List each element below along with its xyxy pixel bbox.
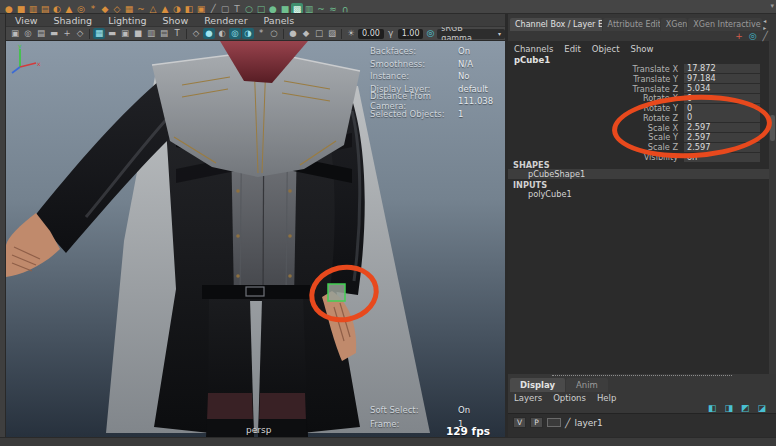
menu-renderer[interactable]: Renderer (204, 15, 247, 26)
tab-attribute-editor[interactable]: Attribute Editor (603, 18, 660, 31)
poly-soccer-icon[interactable]: ◆ (99, 3, 111, 14)
tab-xgen-interactive[interactable]: XGen Interactive Grc (688, 18, 762, 31)
new-layer-from-selected-icon[interactable]: ◪ (757, 403, 766, 413)
image-plane-icon[interactable]: ▬ (48, 28, 60, 39)
channel-row[interactable]: Translate Y 97.184 (508, 74, 769, 84)
menu-object[interactable]: Object (592, 44, 620, 54)
tab-display[interactable]: Display (510, 378, 565, 392)
safe-title-icon[interactable]: T (171, 28, 183, 39)
menu-channels[interactable]: Channels (514, 44, 553, 54)
move-layer-down-icon[interactable]: ◨ (724, 403, 733, 413)
tab-xgen[interactable]: XGen (661, 18, 688, 31)
pencil-sketch-icon[interactable]: ≈ (327, 3, 339, 14)
menu-edit[interactable]: Edit (564, 44, 580, 54)
screen-ao-icon[interactable]: * (255, 28, 267, 39)
text-curve-icon[interactable]: T (231, 3, 243, 14)
channel-row[interactable]: Translate Z 5.034 (508, 84, 769, 94)
poly-cube-icon[interactable]: ■ (15, 3, 27, 14)
xray-icon[interactable]: ● (287, 28, 299, 39)
layer-name[interactable]: layer1 (574, 418, 602, 428)
manipulator-attributes-icon[interactable]: + (735, 31, 743, 41)
menu-panels[interactable]: Panels (264, 15, 295, 26)
wireframe-icon[interactable]: ◇ (190, 28, 202, 39)
tab-scroll-arrows[interactable]: ◂ ▸ (763, 17, 776, 31)
menu-show[interactable]: Show (630, 44, 653, 54)
poly-disc-icon[interactable]: ◎ (75, 3, 87, 14)
sculpt-tool-icon[interactable]: ◑ (171, 3, 183, 14)
new-empty-layer-icon[interactable]: ◩ (741, 403, 750, 413)
menu-help[interactable]: Help (597, 393, 616, 403)
nurbs-plane-icon[interactable]: ▩ (291, 3, 303, 14)
gamma-field[interactable]: 1.00 (398, 29, 424, 39)
camera-lock-icon[interactable]: ▣ (9, 28, 21, 39)
camera-select-icon[interactable]: ◎ (22, 28, 34, 39)
motion-blur-icon[interactable]: ○ (268, 28, 280, 39)
channel-value-field[interactable]: 97.184 (684, 74, 760, 83)
menu-options[interactable]: Options (553, 393, 586, 403)
menu-lighting[interactable]: Lighting (108, 15, 146, 26)
bookmark-icon[interactable]: ▤ (35, 28, 47, 39)
poly-prism-icon[interactable]: △ (147, 3, 159, 14)
menu-shading[interactable]: Shading (54, 15, 93, 26)
platonic-solid-icon[interactable]: ◇ (111, 3, 123, 14)
layer-color-swatch[interactable] (547, 418, 561, 427)
poly-plane-icon[interactable]: ▤ (39, 3, 51, 14)
menu-view[interactable]: View (15, 15, 38, 26)
combine-icon[interactable]: ▣ (195, 3, 207, 14)
menu-layers[interactable]: Layers (514, 393, 542, 403)
shaded-mode-icon[interactable]: ● (203, 28, 215, 39)
viewport-3d[interactable]: Backfaces: On Smoothness: N/A Instance: … (6, 41, 505, 437)
channel-speed-icon[interactable]: ◎ (749, 31, 757, 41)
ep-curve-icon[interactable]: ▢ (219, 3, 231, 14)
exposure-field[interactable]: 0.00 (358, 29, 384, 39)
shape-node-row[interactable]: pCubeShape1 (508, 169, 769, 179)
move-layer-up-icon[interactable]: ◧ (708, 403, 717, 413)
poly-helix-icon[interactable]: ~ (135, 3, 147, 14)
view-transform-select[interactable]: sRGB gamma ▾ (437, 29, 505, 39)
exposure-icon[interactable]: ☀ (345, 28, 357, 39)
2d-pan-zoom-icon[interactable]: + (61, 28, 73, 39)
channel-value-field[interactable]: 17.872 (684, 64, 760, 73)
layer-visibility-toggle[interactable]: V (513, 417, 526, 428)
input-node-row[interactable]: polyCube1 (508, 189, 769, 199)
joint-xray-icon[interactable]: ◆ (300, 28, 312, 39)
curve-circle-icon[interactable]: ○ (243, 3, 255, 14)
channel-value-field[interactable]: 5.034 (684, 84, 760, 93)
nurbs-sphere-icon[interactable]: ● (267, 3, 279, 14)
grease-pencil-icon[interactable]: ▨ (326, 28, 338, 39)
bezier-curve-icon[interactable]: ~ (315, 3, 327, 14)
tab-anim[interactable]: Anim (566, 378, 608, 392)
hyperbolic-curve-icon[interactable]: ╱ (763, 31, 768, 41)
curve-square-icon[interactable]: □ (255, 3, 267, 14)
nurbs-cylinder-icon[interactable]: ▥ (303, 3, 315, 14)
resolution-gate-icon[interactable]: ▣ (119, 28, 131, 39)
lights-icon[interactable]: ◎ (229, 28, 241, 39)
safe-action-icon[interactable]: ▤ (158, 28, 170, 39)
layer-playback-toggle[interactable]: P (530, 417, 543, 428)
field-chart-icon[interactable]: ▥ (145, 28, 157, 39)
poly-torus-icon[interactable]: ◐ (51, 3, 63, 14)
color-management-icon[interactable]: ◎ (424, 28, 436, 39)
layer-row[interactable]: V P ╱ layer1 (513, 417, 603, 428)
channel-row[interactable]: Translate X 17.872 (508, 64, 769, 74)
gate-mask-icon[interactable]: ■ (132, 28, 144, 39)
arc-tool-icon[interactable]: ∩ (339, 3, 351, 14)
poly-sphere-icon[interactable]: ● (3, 3, 15, 14)
menu-show[interactable]: Show (163, 15, 189, 26)
poly-pipe-icon[interactable]: ▦ (123, 3, 135, 14)
grid-icon[interactable]: ▦ (93, 28, 105, 39)
textured-mode-icon[interactable]: ◐ (216, 28, 228, 39)
isolate-select-icon[interactable]: □ (313, 28, 325, 39)
film-gate-icon[interactable]: ▬ (106, 28, 118, 39)
tab-channel-box[interactable]: Channel Box / Layer Editor (510, 18, 602, 31)
shadows-icon[interactable]: ◑ (242, 28, 254, 39)
oversize-icon[interactable]: ◇ (74, 28, 86, 39)
poly-cone-icon[interactable]: ▲ (63, 3, 75, 14)
poly-pyramid-icon[interactable]: ▲ (159, 3, 171, 14)
shelf-overflow-icon[interactable]: ▾ (770, 2, 774, 10)
channel-box-scrollbar[interactable] (769, 41, 776, 374)
pencil-curve-icon[interactable]: ╱ (207, 3, 219, 14)
nurbs-cube-icon[interactable]: ■ (279, 3, 291, 14)
gamma-icon[interactable]: γ (385, 28, 397, 39)
poly-gear-icon[interactable]: * (87, 3, 99, 14)
